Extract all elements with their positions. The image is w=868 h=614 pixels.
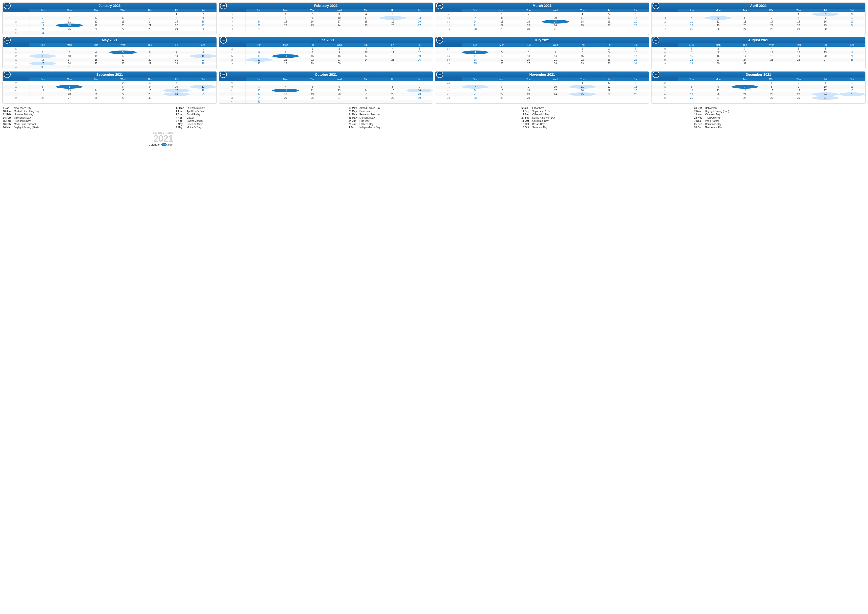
day-cell: 4 [272,85,299,89]
day-header-thu: Thu [353,78,380,81]
day-header-sat: Sat [190,43,217,47]
day-cell [299,27,326,31]
holiday-date: 24 Sep [521,117,531,119]
day-cell: 12 [705,20,732,23]
day-cell: 25 [190,92,217,96]
day-header-sun: Sun [29,9,56,12]
month-header: 365February 2021 [219,3,433,9]
day-cell: 19 [596,20,623,23]
day-cell [705,12,732,16]
week-number: 11 [435,20,462,23]
calendar-table: SunMonTueWedThuFriSat4812344956789101150… [651,78,865,100]
month-title: January 2021 [99,4,121,8]
holiday-name: Daylight Saving (End) [705,110,729,113]
day-cell: 17 [56,58,83,62]
day-cell: 2 [190,12,217,16]
week-number: 41 [219,89,246,92]
day-cell: 21 [462,92,489,96]
holiday-date: 15 May [349,107,358,109]
day-cell: 26 [406,58,433,62]
holiday-item: 14 JunFlag Day [349,120,519,122]
day-header-tue: Tue [515,78,542,81]
week-number: 31 [651,47,678,51]
day-cell: 6 [406,12,433,16]
day-cell [380,62,406,65]
holiday-date: 31 May [349,117,358,119]
month-header: 365June 2021 [219,37,433,43]
holiday-name: Independence Day [360,126,380,129]
holiday-item: 31 DecNew Year's Eve [694,126,865,129]
day-cell: 15 [380,89,406,92]
day-header-tue: Tue [299,43,326,47]
week-number: 16 [651,23,678,27]
day-header-wed: Wed [109,43,136,47]
week-number: 15 [651,20,678,23]
day-header-fri: Fri [812,78,839,81]
day-header-mon: Mon [272,78,299,81]
holiday-name: Presidents Day [14,120,31,122]
day-cell: 20 [622,89,649,92]
day-cell: 22 [488,23,515,27]
day-cell: 1 [569,47,596,51]
day-cell: 19 [380,20,406,23]
week-number: 35 [651,62,678,65]
day-cell: 5 [109,51,136,54]
day-cell: 13 [56,89,83,92]
day-cell: 8 [272,16,299,20]
holiday-date: 1 Apr [176,110,186,113]
holiday-name: Lincoln's Birthday [14,113,33,116]
day-cell: 20 [109,23,136,27]
day-cell: 18 [839,89,865,92]
day-cell: 15 [678,54,705,58]
holiday-date: 18 Jan [3,110,13,113]
day-cell: 27 [326,96,353,100]
month-card: 365November 2021SunMonTueWedThuFriSat441… [435,71,649,104]
day-cell [569,96,596,100]
month-header: 365July 2021 [435,37,649,43]
holiday-date: 24 May [349,113,358,116]
calendar-table: SunMonTueWedThuFriSat1312314456789101511… [651,9,865,31]
month-header: 365March 2021 [435,3,649,9]
day-cell: 11 [569,85,596,89]
day-cell: 23 [136,92,163,96]
day-header-wed: Wed [326,78,353,81]
day-cell: 9 [406,85,433,89]
day-header-sun: Sun [246,9,273,12]
day-cell [462,12,489,16]
holiday-item: 25 NovThanksgiving [694,117,865,119]
day-cell [542,47,569,51]
day-cell [462,81,489,85]
day-cell: 22 [488,92,515,96]
week-number: 48 [651,81,678,85]
day-cell: 8 [380,85,406,89]
holiday-name: Christmas Day [705,123,722,126]
day-header-sun: Sun [29,78,56,81]
day-cell: 13 [732,20,758,23]
day-cell: 2 [785,81,812,85]
badge-365: 365 [4,71,11,78]
day-header-sun: Sun [462,43,489,47]
holiday-item: 1 JanNew Year's Day [3,107,174,109]
badge-365: 365 [220,3,227,9]
day-cell: 20 [406,20,433,23]
week-number: 5 [3,31,29,35]
day-cell [758,62,785,65]
day-cell: 29 [488,96,515,100]
day-header-sun: Sun [246,43,273,47]
badge-365: 365 [436,3,443,9]
day-header-sat: Sat [622,43,649,47]
day-cell: 8 [109,85,136,89]
day-cell: 23 [29,62,56,65]
day-cell: 14 [758,20,785,23]
holiday-date: 16 Feb [3,123,13,126]
day-header-sun: Sun [678,43,705,47]
week-number: 12 [435,23,462,27]
day-cell [56,47,83,51]
day-cell: 8 [678,51,705,54]
day-header-thu: Thu [569,43,596,47]
day-cell [109,31,136,35]
day-cell: 24 [326,23,353,27]
day-cell: 23 [515,23,542,27]
day-cell: 24 [246,96,273,100]
holiday-date: 14 Jun [349,120,358,122]
